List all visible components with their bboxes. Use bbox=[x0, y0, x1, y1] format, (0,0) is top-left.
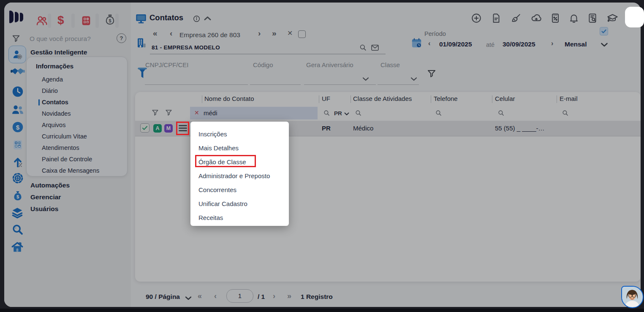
highlight-box-hamburger bbox=[176, 122, 189, 135]
menu-item-receitas[interactable]: Receitas bbox=[190, 211, 289, 225]
menu-item-inscricoes[interactable]: Inscrições bbox=[190, 127, 289, 141]
assistant-avatar[interactable] bbox=[621, 286, 644, 308]
highlight-box-orgao-de-classe bbox=[195, 155, 256, 167]
menu-item-unificar-cadastro[interactable]: Unificar Cadastro bbox=[190, 197, 289, 211]
avatar-illustration bbox=[622, 287, 642, 307]
user-menu-button[interactable] bbox=[625, 7, 644, 27]
row-context-menu: Inscrições Mais Detalhes Órgão de Classe… bbox=[190, 122, 289, 226]
dim-overlay bbox=[0, 0, 644, 312]
menu-item-mais-detalhes[interactable]: Mais Detalhes bbox=[190, 141, 289, 155]
menu-item-administrador[interactable]: Administrador e Preposto bbox=[190, 169, 289, 183]
menu-item-concorrentes[interactable]: Concorrentes bbox=[190, 183, 289, 197]
